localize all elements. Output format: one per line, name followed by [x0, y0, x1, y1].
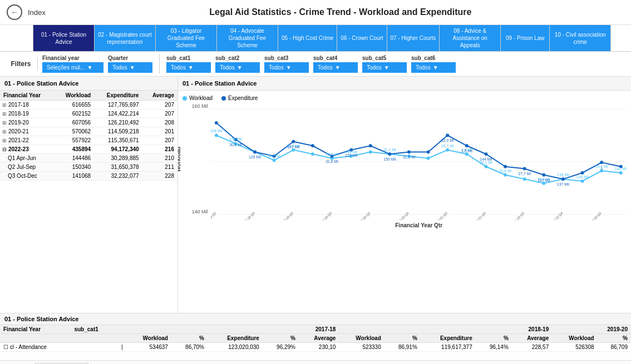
svg-point-62: [504, 165, 507, 168]
svg-text:30,7 Mi: 30,7 Mi: [268, 154, 281, 158]
svg-point-12: [254, 151, 257, 154]
tab-tab03[interactable]: 03 - Litigator Graduated Fee Scheme: [156, 25, 217, 51]
svg-point-69: [543, 173, 546, 177]
quarter-label: Quarter: [108, 55, 152, 61]
subcat2-filter: sub_cat2 Todos ▼: [215, 55, 260, 73]
filters-label: Filters: [4, 58, 38, 70]
svg-point-42: [407, 151, 411, 154]
svg-point-77: [581, 179, 584, 183]
svg-point-34: [369, 151, 372, 154]
table-row[interactable]: ⊞2020-21 570062 114,509,218 201: [0, 127, 178, 136]
svg-text:144 Mil: 144 Mil: [480, 157, 493, 161]
svg-text:2019-20 Q2: 2019-20 Q2: [357, 211, 371, 220]
subcat4-filter: sub_cat4 Todos ▼: [313, 55, 358, 73]
subcat6-select[interactable]: Todos ▼: [411, 62, 456, 73]
table-row[interactable]: ⊞2021-22 557922 115,350,671 207: [0, 136, 178, 145]
table-sub-row: Q2 Jul-Sep 150340 31,650,378 211: [0, 163, 178, 172]
table-header-row: Financial Year Workload Expenditure Aver…: [0, 91, 178, 101]
table-row[interactable]: ⊞2019-20 607056 126,210,492 208: [0, 118, 178, 127]
expand-row-icon: ⊞: [2, 129, 7, 134]
tab-tab05[interactable]: 05 - High Cost Crime: [278, 25, 337, 51]
col-workload-19: Workload: [552, 334, 597, 343]
bottom-col-year: Financial Year: [0, 325, 71, 334]
svg-text:139 Mil: 139 Mil: [576, 175, 589, 179]
svg-text:2017-18 Q2: 2017-18 Q2: [211, 211, 217, 220]
svg-text:2018-19 Q4: 2018-19 Q4: [318, 211, 333, 220]
tab-tab07[interactable]: 07 - Higher Courts: [387, 25, 440, 51]
line-chart: 166 Mil2017-18 Q2158 Mil30,8 Mi129 Mil20…: [211, 103, 627, 220]
tab-tab02[interactable]: 02 - Magistrates court representation: [95, 25, 156, 51]
quarter-filter: Quarter Todos ▼: [108, 55, 152, 73]
svg-text:2020-21 Q2: 2020-21 Q2: [433, 211, 448, 220]
main-content: 01 - Police Station Advice Financial Yea…: [0, 77, 631, 313]
tab-tab01[interactable]: 01 - Police Station Advice: [33, 25, 95, 51]
svg-text:1: 1: [601, 166, 603, 169]
svg-point-46: [427, 151, 430, 154]
financial-year-filter: Financial year Seleções múl... ▼: [42, 55, 103, 73]
expand-row-icon: ⊞: [2, 120, 7, 126]
subcat1-select[interactable]: Todos ▼: [166, 62, 211, 73]
bottom-table: Financial Year sub_cat1 2017-18 2018-19 …: [0, 325, 631, 352]
svg-text:31,1 Mi: 31,1 Mi: [384, 148, 397, 152]
financial-year-select[interactable]: Seleções múl... ▼: [42, 62, 103, 73]
svg-point-57: [485, 152, 488, 156]
col-exp-18: Expenditure: [421, 334, 476, 343]
back-button[interactable]: ←: [7, 4, 22, 20]
svg-point-81: [600, 161, 604, 164]
bottom-col-2017: 2017-18: [126, 325, 339, 334]
workload-dot: [183, 96, 187, 101]
col-avg-18: Average: [512, 334, 552, 343]
col-year: Financial Year: [0, 91, 55, 101]
table-row[interactable]: ⊞2018-19 602152 124,422,214 207: [0, 109, 178, 118]
tab-tab06[interactable]: 06 - Crown Court: [337, 25, 387, 51]
subcat5-select[interactable]: Todos ▼: [362, 62, 407, 73]
col-expenditure: Expenditure: [94, 91, 142, 101]
tab-tab04[interactable]: 04 - Advocate Graduated Fee Scheme: [217, 25, 278, 51]
chart-with-yaxis: 160 Mil Workload 140 Mil 166 Mil2017-18 …: [183, 103, 627, 226]
svg-text:2021-22 Q4: 2021-22 Q4: [549, 211, 564, 220]
svg-text:28,8 Mi: 28,8 Mi: [499, 169, 512, 173]
svg-text:30,8 Mi: 30,8 Mi: [230, 143, 243, 147]
svg-point-24: [311, 144, 314, 147]
col-pct1-17: %: [171, 334, 208, 343]
bottom-section: 01 - Police Station Advice Financial Yea…: [0, 313, 631, 360]
subcat3-select[interactable]: Todos ▼: [264, 62, 309, 73]
svg-point-48: [446, 134, 450, 137]
tab-tab08[interactable]: 08 - Advice & Assistance on Appeals: [440, 25, 501, 51]
svg-text:2021-22 Q2: 2021-22 Q2: [511, 211, 525, 220]
col-pct2-17: %: [263, 334, 299, 343]
col-pct1-18: %: [384, 334, 421, 343]
subcat2-select[interactable]: Todos ▼: [215, 62, 260, 73]
chart-legend: Workload Expenditure: [183, 95, 627, 101]
subcat3-filter: sub_cat3 Todos ▼: [264, 55, 309, 73]
col-average: Average: [142, 91, 178, 101]
svg-point-45: [427, 157, 430, 160]
chart-title: 01 - Police Station Advice: [178, 77, 631, 91]
svg-text:30,5 Mi: 30,5 Mi: [326, 152, 339, 156]
tab-tab09[interactable]: 09 - Prison Law: [501, 25, 550, 51]
quarter-select[interactable]: Todos ▼: [108, 62, 152, 73]
svg-point-78: [581, 171, 584, 174]
x-axis-label: Financial Year Qtr: [211, 222, 627, 228]
svg-point-19: [292, 140, 295, 143]
financial-year-label: Financial year: [42, 55, 103, 61]
svg-point-4: [215, 121, 218, 124]
bottom-col-subcat: sub_cat1: [71, 325, 114, 334]
table-row[interactable]: ⊞2017-18 616655 127,765,697 207: [0, 101, 178, 109]
svg-text:142 Mil: 142 Mil: [615, 167, 627, 171]
bottom-col-2019: 2019-20: [552, 325, 631, 334]
svg-text:31,5 Mi: 31,5 Mi: [403, 155, 416, 159]
col-workload-17: Workload: [126, 334, 171, 343]
svg-text:152 Mil: 152 Mil: [345, 153, 358, 157]
y-axis: 160 Mil Workload 140 Mil: [183, 103, 211, 226]
svg-text:2019-20 Q4: 2019-20 Q4: [395, 211, 410, 220]
table-row[interactable]: ⊟2022-23 435894 94,172,340 216: [0, 145, 178, 154]
svg-text:137 Mil: 137 Mil: [557, 182, 570, 186]
table-sub-row: Q1 Apr-Jun 144486 30,289,885 210: [0, 154, 178, 163]
expenditure-dot: [221, 96, 226, 101]
index-label: Index: [28, 8, 46, 17]
tab-tab10[interactable]: 10 - Civil association crime: [550, 25, 611, 51]
subcat4-select[interactable]: Todos ▼: [313, 62, 358, 73]
svg-text:1,5 Mil: 1,5 Mil: [461, 149, 473, 153]
svg-point-15: [273, 159, 276, 162]
